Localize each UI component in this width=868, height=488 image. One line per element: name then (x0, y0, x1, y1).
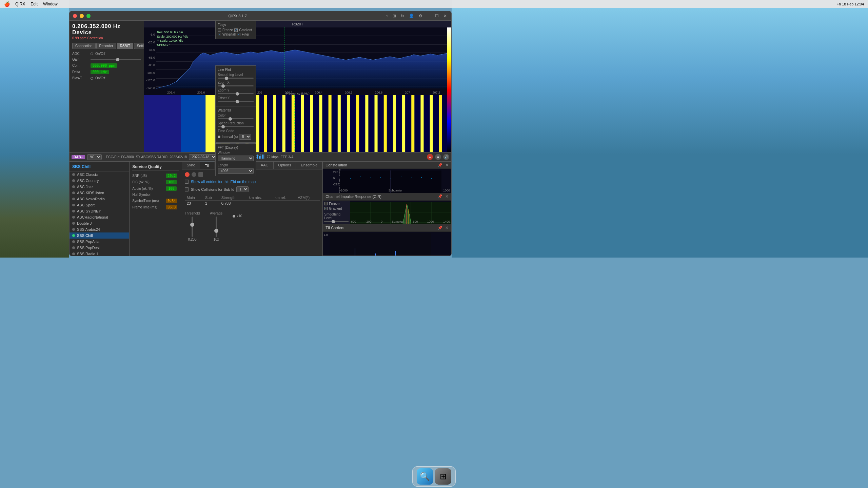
dock-icon-finder[interactable]: 🔍 (417, 468, 433, 485)
spectrum-panel: R820T -5.0 -25.0 -45.0 -65.0 -85.0 -105.… (144, 21, 451, 152)
tab-tii[interactable]: TII (200, 162, 214, 169)
svg-rect-23 (375, 95, 378, 152)
close-button[interactable] (73, 14, 77, 18)
station-dot-3 (72, 191, 75, 194)
x-label-8: 206.8 (375, 91, 383, 94)
gradient-checkbox[interactable] (234, 28, 238, 32)
tab-options[interactable]: Options (274, 162, 296, 169)
station-item-3[interactable]: ABC KIDS listen (70, 190, 129, 196)
cir-smoothing-slider[interactable] (324, 221, 349, 222)
svg-rect-16 (310, 95, 313, 152)
flags-title: Flags (218, 23, 254, 27)
offsety-slider[interactable] (218, 101, 254, 102)
map-checkbox[interactable] (185, 180, 189, 184)
tab-recorder[interactable]: Recorder (96, 43, 116, 49)
window-restore-icon[interactable]: ☐ (434, 14, 440, 18)
interval-radio[interactable] (218, 136, 220, 138)
gain-slider[interactable] (91, 59, 141, 60)
menubar: 🍎 QIRX Edit Window Fri 18 Feb 12:04 (0, 0, 868, 8)
collisions-checkbox[interactable] (185, 187, 189, 191)
tab-aac[interactable]: AAC (256, 162, 274, 169)
expand-icon[interactable]: ⊞ (392, 14, 397, 18)
cir-pin-icon[interactable]: 📌 (438, 194, 442, 199)
threshold-value: 0.200 (185, 238, 200, 241)
biast-radio[interactable] (91, 77, 93, 80)
fic-label: FIC (ok. %) (132, 180, 164, 184)
station-item-6[interactable]: ABC SYDNEY (70, 208, 129, 214)
home-icon[interactable]: ⌂ (384, 14, 389, 18)
constellation-close-icon[interactable]: ✕ (445, 163, 449, 167)
cir-close-icon[interactable]: ✕ (445, 194, 449, 199)
station-item-1[interactable]: ABC Country (70, 178, 129, 184)
tii-carriers-pin-icon[interactable]: 📌 (438, 226, 442, 230)
y-label-3: -45.0 (144, 48, 156, 52)
delta-value[interactable]: 000 kHz (91, 70, 109, 74)
corr-value[interactable]: 000.990 ppm (91, 63, 117, 68)
zoomy-slider[interactable] (218, 93, 254, 94)
station-item-0[interactable]: ABC Classic (70, 171, 129, 178)
menu-edit[interactable]: Edit (31, 2, 38, 6)
menu-window[interactable]: Window (43, 2, 58, 6)
svg-rect-11 (273, 95, 276, 152)
filter-checkbox[interactable] (237, 33, 240, 36)
apple-menu[interactable]: 🍎 (4, 1, 10, 7)
delta-row: Delta 000 kHz (72, 70, 141, 74)
minimize-button[interactable] (80, 14, 84, 18)
tii-carriers-close-icon[interactable]: ✕ (445, 225, 449, 230)
station-item-9[interactable]: SBS Arabic24 (70, 226, 129, 232)
audio-value: 100 (166, 186, 177, 191)
station-item-12[interactable]: SBS PopDesi (70, 245, 129, 251)
average-slider[interactable] (216, 217, 217, 237)
settings-icon[interactable]: ⚙ (418, 14, 423, 18)
station-item-10[interactable]: SBS Chill (70, 232, 129, 239)
waterfall-checkbox[interactable] (218, 33, 221, 36)
station-item-2[interactable]: ABC Jazz (70, 184, 129, 190)
menu-qirx[interactable]: QIRX (15, 2, 25, 6)
window-minimize-icon[interactable]: ─ (426, 14, 431, 18)
record-button[interactable]: ● (427, 154, 433, 160)
refresh-icon[interactable]: ↻ (400, 14, 405, 18)
station-dot-4 (72, 198, 75, 200)
date-select[interactable]: 2022-02-18 (189, 154, 217, 160)
agc-radio[interactable] (91, 53, 93, 55)
constellation-pin-icon[interactable]: 📌 (438, 163, 442, 167)
freeze-checkbox[interactable] (218, 28, 221, 32)
volume-button[interactable]: 🔊 (443, 154, 449, 160)
left-settings-panel: 0.206.352.000 Hz Device 0.99 ppm Correct… (70, 21, 144, 152)
cir-freeze-checkbox[interactable] (324, 202, 328, 205)
interval-select[interactable]: 5 (239, 134, 251, 140)
station-item-13[interactable]: SBS Radio 1 (70, 251, 129, 256)
color-slider[interactable] (218, 118, 254, 119)
svg-rect-34 (350, 178, 351, 179)
station-item-11[interactable]: SBS PopAsia (70, 239, 129, 245)
pause-button[interactable]: ■ (435, 154, 441, 160)
station-item-7[interactable]: ABCRadioNational (70, 214, 129, 220)
station-item-4[interactable]: ABC NewsRadio (70, 196, 129, 202)
threshold-section: Threshold 0.200 Average 10x (185, 211, 320, 241)
fft-length-select[interactable]: 4096 (218, 168, 254, 174)
channel-select[interactable]: 9C (87, 154, 102, 160)
const-y-max: 225 (333, 170, 339, 174)
station-item-5[interactable]: ABC Sport (70, 202, 129, 208)
cir-gradient-checkbox[interactable] (324, 207, 328, 210)
threshold-slider[interactable] (192, 217, 193, 237)
map-link-text[interactable]: Show all entries for this EId on the map (191, 180, 256, 184)
user-icon[interactable]: 👤 (408, 14, 415, 18)
waterfall-settings-title: Waterfall (218, 108, 254, 112)
cir-smoothing-label: Smoothing Level (324, 212, 349, 220)
tab-sync[interactable]: Sync (182, 162, 200, 169)
tab-r820t[interactable]: R820T (117, 43, 133, 49)
window-close-icon[interactable]: ✕ (442, 14, 448, 18)
tab-ensemble[interactable]: Ensemble (296, 162, 322, 169)
station-item-8[interactable]: Double J (70, 220, 129, 226)
tab-connection[interactable]: Connection (72, 43, 96, 49)
zoomx-slider[interactable] (218, 85, 254, 86)
smoothing-slider[interactable] (218, 78, 254, 79)
x10-radio[interactable] (233, 215, 235, 218)
collisions-select[interactable]: 1 (236, 186, 249, 192)
maximize-button[interactable] (86, 14, 91, 18)
menubar-datetime: Fri 18 Feb 12:04 (836, 2, 864, 6)
speed-slider[interactable] (218, 126, 254, 127)
fft-window-select[interactable]: Hamming (218, 156, 254, 161)
dock-icon-apps[interactable]: ⊞ (435, 468, 451, 485)
